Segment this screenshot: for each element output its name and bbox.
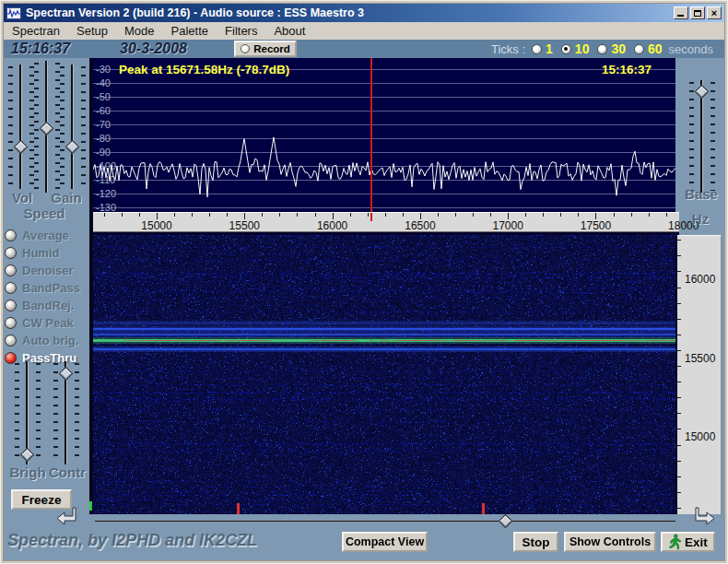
credit-text: Spectran, by I2PHD and IK2CZL	[7, 531, 257, 550]
waterfall-tick	[677, 271, 681, 272]
spectrum-plot[interactable]: Peak at 15671.58Hz (-78.7dB) 15:16:37 -3…	[93, 58, 675, 212]
gain-slider-thumb[interactable]	[65, 140, 80, 155]
led-auto-brig[interactable]: Auto brig.	[5, 332, 89, 349]
radio-icon	[532, 44, 542, 54]
title-bar[interactable]: Spectran Version 2 (build 216) - Audio s…	[4, 4, 724, 22]
vol-label: Vol	[4, 190, 41, 206]
led-indicator-icon	[5, 247, 17, 259]
led-indicator-icon	[5, 282, 17, 294]
radio-icon	[597, 44, 607, 54]
waterfall-tick	[677, 492, 681, 493]
base-slider-thumb[interactable]	[695, 84, 710, 99]
freq-tick	[350, 213, 351, 217]
led-bandpass[interactable]: BandPass	[5, 279, 89, 297]
led-bandrej[interactable]: BandRej.	[5, 297, 89, 314]
freq-tick	[508, 213, 509, 219]
hz-label: Hz	[679, 211, 722, 227]
contrast-slider-thumb[interactable]	[59, 367, 74, 382]
scroll-right-icon[interactable]	[692, 506, 716, 526]
waterfall-display[interactable]	[93, 235, 675, 514]
window-title: Spectran Version 2 (build 216) - Audio s…	[26, 6, 672, 19]
vol-slider[interactable]	[7, 65, 35, 189]
menu-item-setup[interactable]: Setup	[68, 23, 116, 39]
waterfall-tick-label: 16000	[685, 273, 715, 286]
ticks-radio-10[interactable]: 10	[561, 41, 590, 56]
vol-slider-thumb[interactable]	[14, 140, 29, 155]
exit-button[interactable]: Exit	[661, 532, 715, 552]
ticks-option-label: 30	[611, 41, 626, 56]
peak-readout: Peak at 15671.58Hz (-78.7dB)	[119, 63, 289, 76]
maximize-button[interactable]	[690, 6, 705, 19]
waterfall-tick-label: 15000	[685, 430, 715, 443]
contrast-label: Contr	[46, 464, 88, 480]
contrast-slider[interactable]	[53, 361, 80, 464]
led-cw-peak[interactable]: CW Peak	[5, 314, 89, 332]
waterfall-tick	[677, 288, 681, 288]
gain-slider[interactable]	[59, 65, 87, 189]
brightness-slider[interactable]	[14, 361, 41, 464]
minimize-button[interactable]	[674, 6, 688, 19]
filter-led-list: AverageHumidDenoiserBandPassBandRej.CW P…	[5, 227, 89, 367]
slider-track	[71, 65, 74, 189]
waterfall-tick	[677, 350, 681, 351]
waterfall-tick	[677, 255, 681, 256]
slider-ticks	[36, 363, 41, 463]
base-label: Base	[679, 186, 723, 202]
led-label: Humid	[22, 246, 59, 260]
ticks-option-label: 1	[546, 41, 553, 56]
freq-tick	[438, 213, 439, 217]
freq-tick	[122, 213, 123, 217]
speed-slider-thumb[interactable]	[40, 121, 54, 135]
scroll-left-icon[interactable]	[55, 506, 79, 526]
menu-item-about[interactable]: About	[265, 23, 313, 39]
frequency-scroll-thumb[interactable]	[499, 514, 513, 529]
base-slider[interactable]	[688, 80, 716, 193]
freq-tick	[631, 213, 632, 217]
menu-item-mode[interactable]: Mode	[116, 23, 163, 39]
slider-ticks	[34, 63, 39, 191]
led-humid[interactable]: Humid	[5, 244, 89, 262]
led-average[interactable]: Average	[5, 227, 89, 244]
menu-item-filters[interactable]: Filters	[217, 23, 265, 39]
menu-item-palette[interactable]: Palette	[163, 23, 217, 39]
ticks-label: Ticks :	[491, 42, 525, 56]
freq-tick	[525, 213, 526, 217]
show-controls-button[interactable]: Show Controls	[564, 532, 656, 552]
ticks-radio-60[interactable]: 60	[634, 41, 663, 56]
compact-view-button[interactable]: Compact View	[342, 532, 428, 552]
freq-tick-label: 17000	[486, 219, 530, 232]
menu-bar: SpectranSetupModePaletteFiltersAbout	[4, 22, 724, 40]
ticks-radio-1[interactable]: 1	[532, 41, 553, 56]
toolbar-strip: 15:16:37 30-3-2008 Record Ticks : 110306…	[4, 40, 724, 58]
freq-tick	[385, 213, 386, 217]
waterfall-tick-label: 15500	[685, 352, 715, 365]
record-button[interactable]: Record	[234, 41, 297, 57]
freq-tick	[595, 213, 596, 219]
waterfall-tick	[677, 413, 681, 414]
radio-icon	[561, 44, 571, 54]
speed-slider[interactable]	[33, 61, 61, 193]
frequency-scroll-track[interactable]	[95, 521, 675, 523]
slider-ticks	[60, 66, 65, 187]
waterfall-tick	[677, 429, 681, 429]
tuning-cursor-line[interactable]	[370, 58, 372, 212]
freq-tick	[666, 213, 667, 217]
led-denoiser[interactable]: Denoiser	[5, 262, 89, 279]
close-button[interactable]: ×	[707, 6, 722, 19]
slider-ticks	[15, 363, 19, 463]
freq-tick	[473, 213, 474, 217]
spectrum-trace	[93, 58, 675, 212]
stop-button[interactable]: Stop	[513, 532, 558, 552]
brightness-slider-thumb[interactable]	[20, 448, 35, 463]
waterfall-tick	[677, 382, 681, 382]
freq-tick	[174, 213, 175, 217]
slider-track	[19, 65, 22, 189]
menu-item-spectran[interactable]: Spectran	[4, 23, 68, 39]
freq-tick-label: 15500	[222, 219, 266, 232]
freq-tick	[403, 213, 404, 217]
ticks-radio-group: Ticks : 1103060 seconds	[491, 41, 713, 56]
slider-ticks	[75, 363, 79, 463]
waterfall-tick	[677, 445, 681, 446]
ticks-radio-30[interactable]: 30	[597, 41, 626, 56]
led-label: BandPass	[22, 281, 80, 295]
